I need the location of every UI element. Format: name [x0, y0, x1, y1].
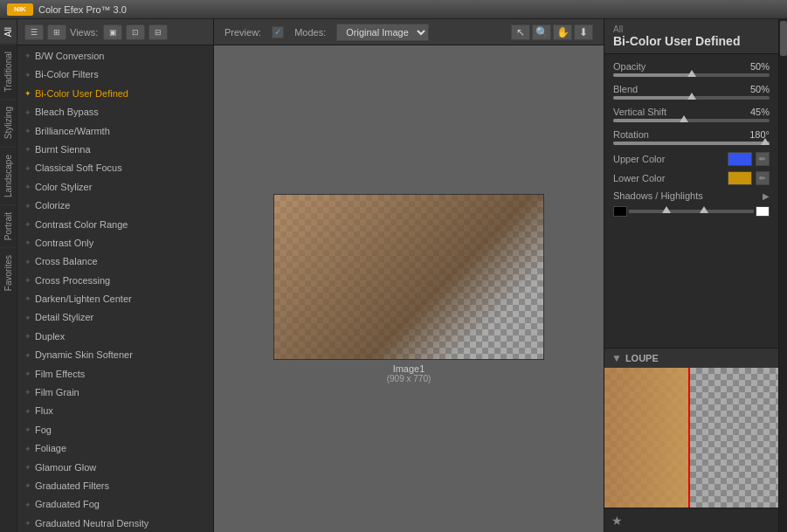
- loupe-footer: ★: [604, 508, 778, 532]
- filter-detail-stylizer[interactable]: ✦Detail Stylizer: [17, 308, 213, 327]
- filter-foliage[interactable]: ✦Foliage: [17, 439, 213, 458]
- filter-contrast-only[interactable]: ✦Contrast Only: [17, 234, 213, 252]
- preview-toolbar: Preview: ✓ Modes: Original Image Correct…: [214, 19, 604, 45]
- upper-color-edit-btn[interactable]: ✏: [756, 152, 770, 166]
- opacity-label: Opacity: [613, 61, 645, 72]
- view-btn-1[interactable]: ☰: [24, 24, 44, 40]
- shadows-arrow[interactable]: ▶: [763, 191, 770, 201]
- filter-graduated-neutral-density[interactable]: ✦Graduated Neutral Density: [17, 515, 213, 532]
- param-rotation: Rotation 180°: [613, 129, 770, 145]
- tool-zoom-in[interactable]: 🔍: [532, 24, 551, 40]
- param-blend: Blend 50%: [613, 84, 770, 100]
- filter-cross-processing[interactable]: ✦Cross Processing: [17, 272, 213, 290]
- loupe-image: [604, 368, 778, 508]
- modes-select[interactable]: Original Image Corrected: [336, 24, 429, 41]
- filter-flux[interactable]: ✦Flux: [17, 402, 213, 420]
- tab-portrait[interactable]: Portrait: [0, 204, 17, 247]
- filter-color-stylizer[interactable]: ✦Color Stylizer: [17, 178, 213, 197]
- filter-bicolor-filters[interactable]: ✦Bi-Color Filters: [17, 66, 213, 84]
- shadow-light-swatch[interactable]: [756, 206, 770, 217]
- main-container: All Traditional Stylizing Landscape Port…: [0, 19, 787, 532]
- right-content: All Bi-Color User Defined Opacity 50%: [604, 19, 778, 532]
- loupe-header[interactable]: ▼ LOUPE: [604, 349, 778, 368]
- preview-area: Preview: ✓ Modes: Original Image Correct…: [214, 19, 604, 532]
- loupe-title: LOUPE: [625, 353, 659, 363]
- filter-dynamic-skin-softener[interactable]: ✦Dynamic Skin Softener: [17, 346, 213, 364]
- filter-colorize[interactable]: ✦Colorize: [17, 197, 213, 215]
- filter-darken-lighten[interactable]: ✦Darken/Lighten Center: [17, 290, 213, 308]
- filter-glamour-glow[interactable]: ✦Glamour Glow: [17, 459, 213, 477]
- preview-image-overlay: [274, 195, 543, 359]
- loupe-star-icon[interactable]: ★: [611, 514, 623, 528]
- tool-cursor[interactable]: ↖: [511, 24, 530, 40]
- filter-classical-soft-focus[interactable]: ✦Classical Soft Focus: [17, 159, 213, 177]
- vertical-shift-value: 45%: [750, 107, 770, 117]
- view-icon-2[interactable]: ⊡: [126, 24, 145, 40]
- preview-image-container: Image1 (909 x 770): [273, 194, 544, 383]
- filter-film-effects[interactable]: ✦Film Effects: [17, 365, 213, 383]
- filter-burnt-sienna[interactable]: ✦Burnt Sienna: [17, 141, 213, 159]
- filter-film-grain[interactable]: ✦Film Grain: [17, 383, 213, 402]
- filter-brilliance-warmth[interactable]: ✦Brilliance/Warmth: [17, 122, 213, 141]
- tab-stylizing[interactable]: Stylizing: [0, 99, 17, 146]
- vertical-shift-label: Vertical Shift: [613, 107, 666, 117]
- lower-color-edit-btn[interactable]: ✏: [756, 171, 770, 185]
- filter-fog[interactable]: ✦Fog: [17, 421, 213, 439]
- filter-graduated-fog[interactable]: ✦Graduated Fog: [17, 495, 213, 514]
- filter-contrast-color-range[interactable]: ✦Contrast Color Range: [17, 216, 213, 234]
- vertical-shift-slider[interactable]: [613, 119, 770, 122]
- tab-favorites[interactable]: Favorites: [0, 247, 17, 298]
- shadows-slider[interactable]: [629, 210, 754, 213]
- right-title: Bi-Color User Defined: [613, 34, 770, 48]
- shadows-row: Shadows / Highlights ▶: [613, 190, 770, 201]
- preview-checkbox[interactable]: ✓: [272, 26, 284, 38]
- param-opacity: Opacity 50%: [613, 61, 770, 77]
- shadows-slider-row: [613, 206, 770, 217]
- shadow-dark-swatch[interactable]: [613, 206, 627, 217]
- right-panel: All Bi-Color User Defined Opacity 50%: [604, 19, 787, 532]
- right-header: All Bi-Color User Defined: [604, 19, 778, 54]
- filter-duplex[interactable]: ✦Duplex: [17, 328, 213, 346]
- app-title: Color Efex Pro™ 3.0: [38, 4, 127, 15]
- filter-graduated-filters[interactable]: ✦Graduated Filters: [17, 477, 213, 495]
- upper-color-swatch[interactable]: [728, 152, 752, 166]
- view-icon-1[interactable]: ▣: [103, 24, 122, 40]
- tab-all[interactable]: All: [0, 19, 17, 44]
- filter-bw-conversion[interactable]: ✦B/W Conversion: [17, 47, 213, 66]
- filter-toolbar: ☰ ⊞ Views: ▣ ⊡ ⊟: [17, 19, 213, 45]
- lower-color-label: Lower Color: [613, 173, 728, 183]
- params-section: Opacity 50% Blend 50%: [604, 54, 778, 348]
- blend-slider[interactable]: [613, 96, 770, 100]
- loupe-section: ▼ LOUPE ★: [604, 348, 778, 532]
- preview-canvas[interactable]: Image1 (909 x 770): [214, 45, 604, 532]
- tab-landscape[interactable]: Landscape: [0, 147, 17, 204]
- app-logo: NIK: [7, 3, 33, 16]
- filter-bicolor-user-defined[interactable]: ✦Bi-Color User Defined: [17, 85, 213, 103]
- preview-tools: ↖ 🔍 ✋ ⬇: [511, 24, 593, 40]
- shadows-label: Shadows / Highlights: [613, 190, 703, 201]
- rotation-slider[interactable]: [613, 142, 770, 145]
- preview-caption: Image1: [393, 363, 425, 374]
- tool-hand[interactable]: ✋: [553, 24, 572, 40]
- filter-panel: ☰ ⊞ Views: ▣ ⊡ ⊟ ✦B/W Conversion ✦Bi-Col…: [17, 19, 214, 532]
- opacity-slider[interactable]: [613, 73, 770, 77]
- upper-color-label: Upper Color: [613, 154, 728, 164]
- loupe-arrow: ▼: [611, 352, 622, 364]
- tool-more[interactable]: ⬇: [574, 24, 593, 40]
- blend-label: Blend: [613, 84, 638, 94]
- view-btn-2[interactable]: ⊞: [47, 24, 66, 40]
- tab-traditional[interactable]: Traditional: [0, 44, 17, 99]
- lower-color-row: Lower Color ✏: [613, 171, 770, 185]
- right-scrollbar[interactable]: [778, 19, 787, 532]
- filter-bleach-bypass[interactable]: ✦Bleach Bypass: [17, 103, 213, 121]
- blend-value: 50%: [750, 84, 770, 94]
- titlebar: NIK Color Efex Pro™ 3.0: [0, 0, 787, 19]
- rotation-label: Rotation: [613, 129, 649, 140]
- right-category: All: [613, 24, 770, 34]
- loupe-overlay: [604, 368, 778, 508]
- upper-color-row: Upper Color ✏: [613, 152, 770, 166]
- filter-cross-balance[interactable]: ✦Cross Balance: [17, 252, 213, 271]
- lower-color-swatch[interactable]: [728, 171, 752, 185]
- view-icon-3[interactable]: ⊟: [148, 24, 168, 40]
- param-vertical-shift: Vertical Shift 45%: [613, 107, 770, 122]
